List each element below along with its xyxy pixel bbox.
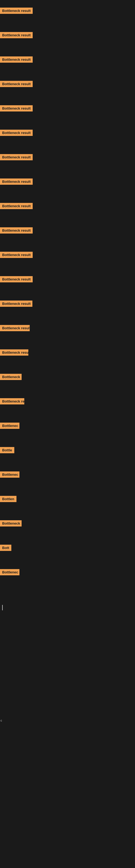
small-label: c [1,719,2,722]
bottleneck-result-item[interactable]: Bottleneck result [0,154,33,161]
bottleneck-badge: Bottleneck result [0,203,33,209]
bottleneck-result-item[interactable]: Bottlenec [0,569,19,577]
bottleneck-badge: Bottlen [0,496,16,502]
bottleneck-badge: Bottle [0,447,14,453]
bottleneck-badge: Bottleneck result [0,8,33,14]
bottleneck-badge: Bottleneck re [0,398,24,404]
bottleneck-badge: Bott [0,545,11,551]
bottleneck-result-item[interactable]: Bottleneck [0,520,21,528]
bottleneck-result-item[interactable]: Bott [0,545,11,552]
bottleneck-result-item[interactable]: Bottleneck result [0,301,32,308]
bottleneck-result-item[interactable]: Bottleneck result [0,276,33,283]
bottleneck-badge: Bottleneck result [0,276,33,282]
bottleneck-badge: Bottleneck result [0,56,33,63]
bottleneck-result-item[interactable]: Bottleneck result [0,56,33,64]
bottleneck-result-item[interactable]: Bottleneck result [0,105,33,113]
bottleneck-result-item[interactable]: Bottleneck [0,374,21,381]
bottleneck-result-item[interactable]: Bottlen [0,496,16,503]
bottleneck-badge: Bottlenec [0,423,19,429]
bottleneck-badge: Bottleneck result [0,105,33,112]
bottleneck-result-item[interactable]: Bottleneck result [0,32,33,39]
bottleneck-result-item[interactable]: Bottleneck result [0,252,33,259]
bottleneck-badge: Bottleneck result [0,130,33,136]
bottleneck-result-item[interactable]: Bottle [0,447,14,454]
bottleneck-result-item[interactable]: Bottleneck result [0,130,33,137]
bottleneck-badge: Bottleneck result [0,301,32,307]
bottleneck-result-item[interactable]: Bottlenec [0,471,19,479]
bottleneck-result-item[interactable]: Bottleneck result [0,81,33,88]
bottleneck-badge: Bottleneck result [0,252,33,258]
bottleneck-result-item[interactable]: Bottleneck result [0,179,33,186]
bottleneck-result-item[interactable]: Bottlenec [0,423,19,430]
bottleneck-badge: Bottleneck resu [0,349,28,355]
bottleneck-badge: Bottleneck result [0,227,33,234]
bottleneck-badge: Bottleneck result [0,325,30,331]
bottleneck-badge: Bottleneck [0,374,21,380]
site-title [0,0,135,4]
bottleneck-result-item[interactable]: Bottleneck result [0,325,30,332]
bottleneck-badge: Bottlenec [0,471,19,478]
bottleneck-result-item[interactable]: Bottleneck result [0,8,33,15]
bottleneck-result-item[interactable]: Bottleneck result [0,203,33,210]
bottleneck-badge: Bottleneck result [0,32,33,38]
bottleneck-badge: Bottlenec [0,569,19,575]
bottleneck-badge: Bottleneck [0,520,21,527]
bottleneck-result-item[interactable]: Bottleneck result [0,227,33,235]
bottleneck-badge: Bottleneck result [0,81,33,87]
bottleneck-badge: Bottleneck result [0,179,33,185]
bottleneck-result-item[interactable]: Bottleneck resu [0,349,28,357]
bottleneck-badge: Bottleneck result [0,154,33,160]
bottleneck-result-item[interactable]: Bottleneck re [0,398,24,405]
cursor-line [2,605,3,610]
